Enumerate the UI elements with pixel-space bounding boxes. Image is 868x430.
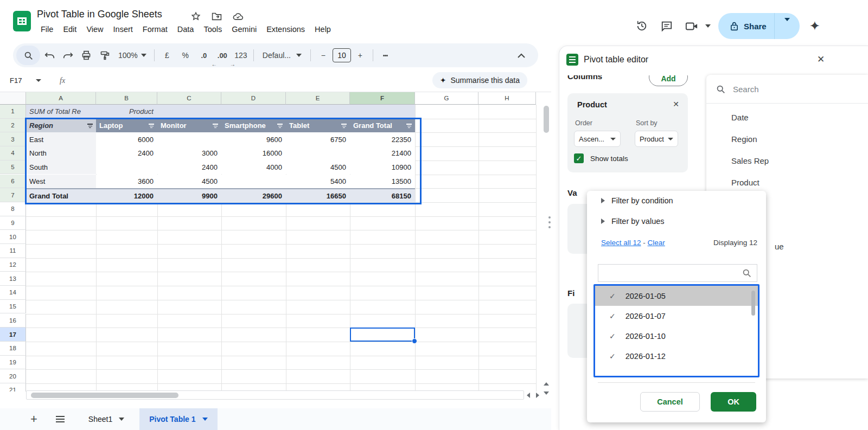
filter-funnel-icon[interactable] [213,123,218,129]
row-header-15[interactable]: 15 [0,300,26,314]
pivot-cell[interactable]: 2400 [157,161,221,175]
pivot-grand-total-cell[interactable]: 68150 [350,188,415,202]
sort-by-dropdown[interactable]: Product [635,131,678,147]
panel-resize-handle[interactable] [548,214,551,231]
more-toolbar-icon[interactable] [376,47,395,64]
paint-format-icon[interactable] [95,47,114,64]
row-header-1[interactable]: 1 [0,105,26,119]
pivot-cell[interactable]: 5400 [286,175,350,189]
menu-extensions[interactable]: Extensions [261,24,310,35]
decrease-font-size-button[interactable]: − [314,47,333,64]
pivot-row-label-south[interactable]: South [26,161,96,175]
filter-funnel-icon[interactable] [341,123,347,129]
pivot-cell[interactable]: 4000 [221,161,286,175]
pivot-grand-total-label[interactable]: Grand Total [26,188,96,202]
row-header-13[interactable]: 13 [0,272,26,286]
print-icon[interactable] [77,47,95,64]
pivot-cell[interactable]: 10900 [350,161,415,175]
column-header-F[interactable]: F [350,92,415,105]
zoom-control[interactable]: 100% [114,51,151,60]
percent-format-button[interactable]: % [176,47,195,64]
scroll-up-icon[interactable] [544,382,549,386]
filter-date-option[interactable]: ✓2026-01-10 [595,326,758,346]
version-history-icon[interactable] [629,18,654,34]
pivot-cell[interactable]: 6000 [96,132,157,146]
sheets-logo[interactable] [13,11,31,31]
filter-search-input[interactable] [598,264,757,282]
field-item-region[interactable]: Region [706,128,868,150]
video-call-icon[interactable] [679,18,704,34]
filter-by-values-row[interactable]: Filter by values [601,217,665,226]
star-icon[interactable] [191,11,201,21]
pivot-header-monitor[interactable]: Monitor [157,119,221,133]
field-item-sales-rep[interactable]: Sales Rep [706,150,868,171]
column-header-B[interactable]: B [96,92,157,105]
scroll-down-icon[interactable] [544,392,549,395]
row-header-11[interactable]: 11 [0,244,26,258]
pivot-cell[interactable]: 3600 [96,175,157,189]
menu-file[interactable]: File [36,24,58,35]
filter-date-option[interactable]: ✓2026-01-12 [595,346,758,366]
row-header-21[interactable]: 21 [0,383,26,392]
sheet-tab-sheet1[interactable]: Sheet1 [88,415,124,423]
column-header-H[interactable]: H [478,92,536,105]
panel-close-icon[interactable]: ✕ [817,54,825,65]
menu-view[interactable]: View [81,24,108,35]
row-header-6[interactable]: 6 [0,175,26,189]
column-header-A[interactable]: A [26,92,96,105]
pivot-cell[interactable]: 13500 [350,175,415,189]
pivot-cell[interactable] [221,175,286,189]
document-title[interactable]: Pivot Table in Google Sheets [37,9,162,20]
move-folder-icon[interactable] [212,12,222,21]
field-item-product[interactable]: Product [706,171,868,193]
pivot-grand-total-cell[interactable]: 16650 [286,188,350,202]
scroll-right-icon[interactable] [536,393,539,398]
name-box[interactable]: F17 [0,76,44,85]
order-dropdown[interactable]: Ascen... [574,131,621,147]
row-header-10[interactable]: 10 [0,230,26,244]
filter-by-condition-row[interactable]: Filter by condition [601,196,673,205]
row-header-19[interactable]: 19 [0,356,26,370]
show-totals-checkbox[interactable]: ✓ [574,153,584,163]
select-all-link[interactable]: Select all 12 [601,239,641,247]
increase-font-size-button[interactable]: + [351,47,369,64]
add-sheet-icon[interactable]: + [30,412,37,426]
pivot-cell[interactable]: 21400 [350,146,415,161]
horizontal-scrollbar-thumb[interactable] [31,393,178,398]
fill-handle[interactable] [412,338,417,344]
pivot-header-grand-total[interactable]: Grand Total [350,119,415,133]
row-header-7[interactable]: 7 [0,188,26,202]
menu-edit[interactable]: Edit [58,24,81,35]
pivot-title-row[interactable]: SUM of Total ReProduct [26,105,415,119]
pivot-cell[interactable]: 6750 [286,132,350,146]
pivot-row-label-north[interactable]: North [26,146,96,161]
pivot-cell[interactable]: 2400 [96,146,157,161]
cloud-status-icon[interactable] [233,12,244,21]
currency-format-button[interactable]: £ [158,47,176,64]
pivot-cell[interactable]: 3000 [157,146,221,161]
row-header-16[interactable]: 16 [0,314,26,328]
decrease-decimal-button[interactable]: .0← [195,47,213,64]
filter-date-option[interactable]: ✓2026-01-05 [595,286,758,306]
gemini-sparkle-icon[interactable]: ✦ [809,18,820,34]
field-search[interactable]: Search [716,85,759,94]
share-caret[interactable] [775,21,800,31]
menu-format[interactable]: Format [138,24,173,35]
font-size-input[interactable]: 10 [333,48,351,62]
grid-corner[interactable] [0,92,26,105]
hide-menus-chevron-icon[interactable] [512,47,531,64]
row-header-14[interactable]: 14 [0,286,26,300]
row-header-12[interactable]: 12 [0,258,26,272]
row-header-8[interactable]: 8 [0,202,26,216]
clear-link[interactable]: Clear [648,239,665,247]
value-list-scrollbar-thumb[interactable] [751,291,755,316]
video-call-caret-icon[interactable] [705,24,711,28]
column-header-G[interactable]: G [415,92,478,105]
pivot-header-laptop[interactable]: Laptop [96,119,157,133]
pivot-cell[interactable]: 9600 [221,132,286,146]
pivot-cell[interactable]: 4500 [157,175,221,189]
product-card-close-icon[interactable]: ✕ [673,100,679,108]
share-button[interactable]: Share [718,13,800,39]
menu-insert[interactable]: Insert [108,24,138,35]
search-menus-icon[interactable] [16,46,40,65]
